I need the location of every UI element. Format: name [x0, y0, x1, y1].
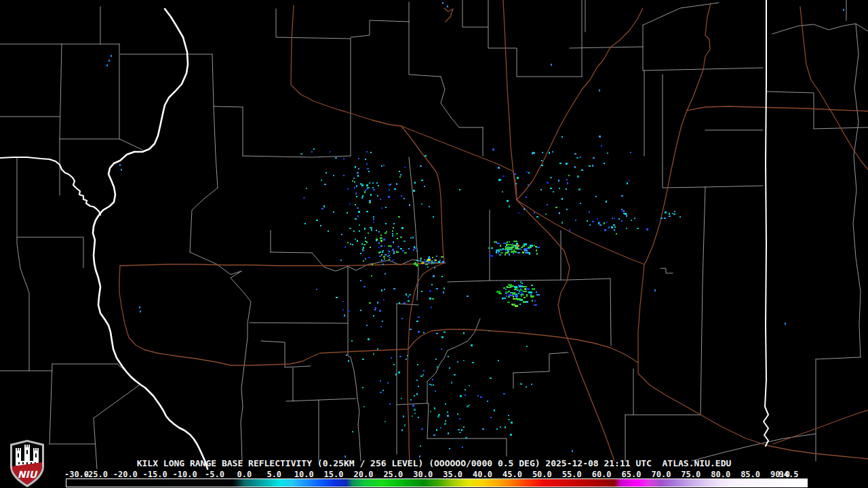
scale-label: -5.0 [205, 470, 224, 479]
scale-label: 85.0 [741, 470, 760, 479]
scale-label: 35.0 [443, 470, 462, 479]
scale-label: 50.0 [532, 470, 552, 479]
logo-text: NIU [18, 469, 38, 480]
scale-label: 20.0 [354, 470, 374, 479]
scale-label: 15.0 [324, 470, 344, 479]
scale-label: 80.0 [711, 470, 730, 479]
scale-label: 40.0 [473, 470, 492, 479]
scale-label: 45.0 [502, 470, 522, 479]
state-line-layer [764, 0, 768, 446]
scale-label: 0.0 [237, 470, 252, 479]
roads-layer [119, 0, 868, 461]
radar-screen: KILX LONG RANGE BASE REFLECTIVITY (0.25K… [0, 0, 868, 488]
scale-label: -25.0 [83, 470, 108, 479]
scale-label: 30.0 [413, 470, 433, 479]
scale-label: 60.0 [592, 470, 612, 479]
scale-label: 75.0 [681, 470, 701, 479]
scale-label: 70.0 [651, 470, 671, 479]
scale-label: 65.0 [622, 470, 642, 479]
product-caption: KILX LONG RANGE BASE REFLECTIVITY (0.25K… [0, 458, 868, 468]
niu-logo: NIU [8, 439, 46, 488]
scale-label: -20.0 [113, 470, 138, 479]
colorbar-scale-labels: -30.0-25.0-20.0-15.0-10.0-5.00.05.010.01… [0, 470, 868, 479]
scale-label: 10.0 [294, 470, 314, 479]
scale-label: -10.0 [173, 470, 197, 479]
scale-label: 55.0 [562, 470, 582, 479]
reflectivity-colorbar [66, 479, 808, 487]
scale-label: -15.0 [143, 470, 167, 479]
scale-label: 94.5 [779, 470, 799, 479]
scale-label: 5.0 [267, 470, 281, 479]
county-lines-layer [0, 0, 868, 469]
radar-map [0, 0, 868, 488]
river-lines-layer [0, 9, 208, 469]
radar-echoes-layer [106, 2, 844, 458]
scale-label: 25.0 [383, 470, 403, 479]
